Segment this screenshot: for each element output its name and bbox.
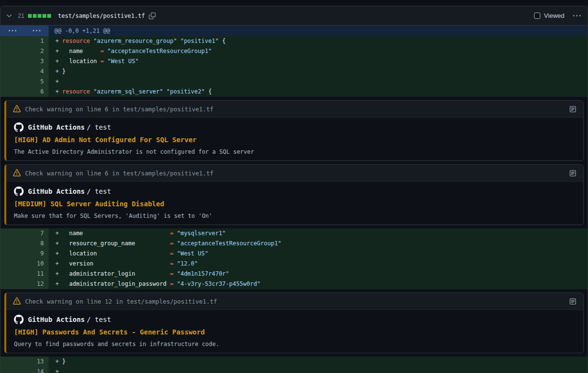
check-suite-name: GitHub Actions <box>28 187 85 195</box>
file-path[interactable]: test/samples/positive1.tf <box>58 13 145 19</box>
annotation-source: GitHub Actions/ test <box>14 122 575 132</box>
code-line-content: name = "acceptanceTestResourceGroup1" <box>62 46 212 56</box>
old-line-number-cell[interactable] <box>0 279 25 289</box>
check-source[interactable]: GitHub Actions/ test <box>28 187 111 195</box>
diff-line-11: 11+ administrator_login = "4dm1n157r470r… <box>0 269 588 279</box>
new-line-number[interactable]: 2 <box>25 46 49 56</box>
diff-add-marker: + <box>49 279 62 289</box>
alert-triangle-icon <box>13 105 21 113</box>
diff-add-marker: + <box>49 87 62 97</box>
diffstat <box>28 14 51 18</box>
code-line-content: administrator_login = "4dm1n157r470r" <box>62 269 229 279</box>
copy-path-button[interactable] <box>149 13 156 19</box>
new-line-number[interactable]: 10 <box>25 259 49 269</box>
diff-line-6: 6+resource "azurerm_sql_server" "positiv… <box>0 87 588 97</box>
diff-add-marker: + <box>49 259 62 269</box>
old-line-number-cell[interactable] <box>0 46 25 56</box>
old-line-number-cell[interactable] <box>0 269 25 279</box>
check-suite-name: GitHub Actions <box>28 316 85 323</box>
kebab-horizontal-icon <box>8 27 17 35</box>
check-run-name: / test <box>87 316 111 323</box>
new-line-number[interactable]: 14 <box>25 367 49 373</box>
file-options-button[interactable] <box>573 12 581 20</box>
alert-triangle-icon <box>13 297 21 305</box>
github-mark-icon <box>14 315 24 324</box>
diff-line-10: 10+ version = "12.0" <box>0 259 588 269</box>
diff-line-14: 14+ <box>0 367 588 373</box>
check-run-name: / test <box>87 123 111 131</box>
old-line-number-cell[interactable] <box>0 259 25 269</box>
check-source[interactable]: GitHub Actions/ test <box>28 316 111 323</box>
code-section-2: 7+ name = "mysqlserver1"8+ resource_grou… <box>0 228 588 289</box>
new-line-number[interactable]: 3 <box>25 56 49 67</box>
hunk-header-row: @@ -0,0 +1,21 @@ <box>0 26 588 36</box>
annotation-header: Check warning on line 6 in test/samples/… <box>6 101 583 118</box>
diffstat-block <box>33 14 37 18</box>
view-workflow-log-icon[interactable] <box>569 106 576 113</box>
annotation-source: GitHub Actions/ test <box>14 315 575 324</box>
copy-icon <box>149 13 156 19</box>
old-line-number-cell[interactable] <box>0 249 25 259</box>
new-line-number[interactable]: 12 <box>25 279 49 289</box>
new-line-number[interactable]: 1 <box>25 36 49 46</box>
diff-file-container: 21 test/samples/positive1.tf Viewed <box>0 6 588 373</box>
old-line-number-cell[interactable] <box>0 87 25 97</box>
annotation-title: [MEDIUM] SQL Server Auditing Disabled <box>14 200 575 208</box>
new-line-number[interactable]: 4 <box>25 67 49 77</box>
new-line-number[interactable]: 7 <box>25 228 49 239</box>
annotation-title: [HIGH] Passwords And Secrets - Generic P… <box>14 328 575 336</box>
new-line-number[interactable]: 6 <box>25 87 49 97</box>
diff-add-marker: + <box>49 249 62 259</box>
new-line-number[interactable]: 13 <box>25 357 49 367</box>
old-line-number-cell[interactable] <box>0 367 25 373</box>
code-section-3: 13+}14+ <box>0 357 588 373</box>
collapse-file-button[interactable] <box>5 12 13 20</box>
diff-add-marker: + <box>49 67 62 77</box>
check-source[interactable]: GitHub Actions/ test <box>28 123 111 131</box>
diff-line-2: 2+ name = "acceptanceTestResourceGroup1" <box>0 46 588 56</box>
check-annotation-3: Check warning on line 12 in test/samples… <box>4 293 584 353</box>
code-line-content: resource_group_name = "acceptanceTestRes… <box>62 239 281 249</box>
new-line-number[interactable]: 9 <box>25 249 49 259</box>
code-section-1: 1+resource "azurerm_resource_group" "pos… <box>0 36 588 97</box>
annotation-description: The Active Directory Administrator is no… <box>14 148 575 156</box>
diff-line-9: 9+ location = "West US" <box>0 249 588 259</box>
old-line-number-cell[interactable] <box>0 67 25 77</box>
file-header-right: Viewed <box>534 12 581 20</box>
diff-add-marker: + <box>49 228 62 239</box>
diffstat-block <box>42 14 46 18</box>
annotation-source: GitHub Actions/ test <box>14 186 575 196</box>
annotation-body: GitHub Actions/ test [MEDIUM] SQL Server… <box>6 182 583 225</box>
hunk-header-text: @@ -0,0 +1,21 @@ <box>49 26 110 36</box>
chevron-down-icon <box>5 12 13 20</box>
kebab-horizontal-icon <box>32 27 41 35</box>
old-line-number-cell[interactable] <box>0 36 25 46</box>
old-line-number-cell[interactable] <box>0 56 25 67</box>
view-workflow-log-icon[interactable] <box>569 170 576 177</box>
old-line-number-cell[interactable] <box>0 228 25 239</box>
expand-hunk-button-right[interactable] <box>32 27 41 35</box>
old-line-number-cell[interactable] <box>0 77 25 87</box>
diff-line-13: 13+} <box>0 357 588 367</box>
code-line-content: version = "12.0" <box>62 259 198 269</box>
diff-add-marker: + <box>49 239 62 249</box>
diffstat-block <box>47 14 51 18</box>
expand-hunk-button-left[interactable] <box>8 27 17 35</box>
old-line-number-cell[interactable] <box>0 357 25 367</box>
annotation-header: Check warning on line 6 in test/samples/… <box>6 165 583 182</box>
annotation-title: [HIGH] AD Admin Not Configured For SQL S… <box>14 136 575 144</box>
old-line-number-cell[interactable] <box>0 239 25 249</box>
github-mark-icon <box>14 186 24 196</box>
file-header-left: 21 test/samples/positive1.tf <box>5 12 156 20</box>
diff-add-marker: + <box>49 269 62 279</box>
check-annotation-1: Check warning on line 6 in test/samples/… <box>4 100 584 161</box>
diffstat-block <box>38 14 41 18</box>
diff-line-8: 8+ resource_group_name = "acceptanceTest… <box>0 239 588 249</box>
new-line-number[interactable]: 11 <box>25 269 49 279</box>
new-line-number[interactable]: 8 <box>25 239 49 249</box>
viewed-checkbox[interactable] <box>534 13 540 19</box>
view-workflow-log-icon[interactable] <box>569 298 576 305</box>
new-line-number[interactable]: 5 <box>25 77 49 87</box>
viewed-toggle[interactable]: Viewed <box>534 12 564 19</box>
check-run-name: / test <box>87 187 111 195</box>
